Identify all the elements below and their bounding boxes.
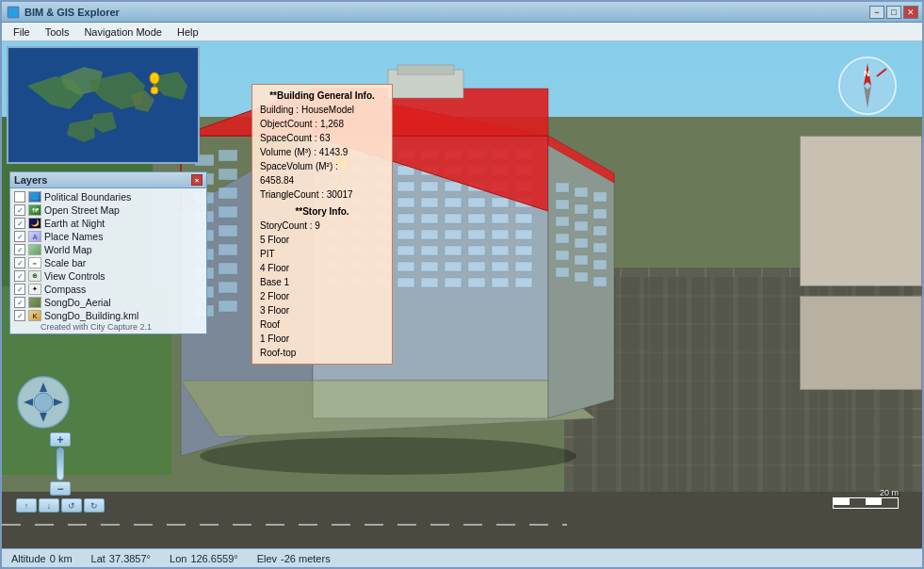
layer-place-names[interactable]: A Place Names bbox=[10, 230, 206, 243]
layer-cb-aerial[interactable] bbox=[14, 297, 25, 308]
popup-floor1: 1 Floor bbox=[260, 332, 384, 346]
layer-songdo-building[interactable]: K SongDo_Building.kml bbox=[10, 309, 206, 322]
svg-rect-64 bbox=[397, 182, 414, 191]
layer-label-openstreet: Open Street Map bbox=[44, 204, 120, 216]
svg-rect-74 bbox=[421, 198, 438, 207]
popup-spacevol-val: 6458.84 bbox=[260, 173, 384, 187]
tilt-down-button[interactable]: ↓ bbox=[39, 498, 59, 512]
zoom-out-button[interactable]: − bbox=[50, 481, 71, 496]
layer-cb-scale[interactable] bbox=[14, 257, 25, 268]
layer-cb-openstreet[interactable] bbox=[14, 204, 25, 216]
layers-sub-label: Created with City Capture 2.1 bbox=[10, 322, 206, 332]
svg-rect-119 bbox=[421, 278, 438, 287]
svg-rect-73 bbox=[397, 198, 414, 207]
svg-point-22 bbox=[200, 437, 576, 475]
svg-rect-143 bbox=[556, 234, 569, 243]
menu-help[interactable]: Help bbox=[170, 24, 206, 40]
svg-rect-75 bbox=[445, 198, 462, 207]
svg-rect-93 bbox=[445, 230, 462, 239]
layer-label-compass: Compass bbox=[44, 284, 86, 295]
layer-label-aerial: SongDo_Aerial bbox=[44, 297, 111, 308]
svg-rect-102 bbox=[445, 246, 462, 255]
layer-label-scale: Scale bar bbox=[44, 257, 86, 268]
close-button[interactable]: ✕ bbox=[903, 6, 918, 19]
svg-rect-114 bbox=[515, 262, 532, 271]
svg-text:N: N bbox=[864, 69, 870, 78]
svg-rect-33 bbox=[219, 225, 237, 236]
popup-spacevol-label: SpaceVolum (M²) : bbox=[260, 159, 384, 173]
svg-rect-145 bbox=[593, 243, 607, 252]
svg-rect-163 bbox=[8, 48, 200, 164]
svg-rect-128 bbox=[397, 65, 454, 74]
menu-bar: File Tools Navigation Mode Help bbox=[2, 23, 922, 41]
popup-floor4: 4 Floor bbox=[260, 261, 384, 275]
svg-text:🌐: 🌐 bbox=[8, 8, 18, 17]
svg-point-166 bbox=[150, 73, 159, 84]
elev-value: -26 meters bbox=[281, 553, 331, 564]
layer-political[interactable]: 🌐 Political Boundaries bbox=[10, 190, 206, 203]
layer-cb-political[interactable] bbox=[14, 191, 25, 203]
layers-close-button[interactable]: × bbox=[191, 174, 203, 186]
svg-rect-144 bbox=[575, 238, 588, 248]
svg-rect-141 bbox=[575, 221, 588, 231]
svg-point-164 bbox=[151, 87, 158, 94]
popup-rooftop: Roof-top bbox=[260, 346, 384, 360]
layer-scale-bar[interactable]: ━ Scale bar bbox=[10, 256, 206, 269]
svg-rect-138 bbox=[575, 204, 588, 214]
layer-earth-night[interactable]: 🌙 Earth at Night bbox=[10, 217, 206, 230]
layer-songdo-aerial[interactable]: SongDo_Aerial bbox=[10, 296, 206, 309]
svg-rect-104 bbox=[492, 246, 509, 255]
rotate-right-button[interactable]: ↻ bbox=[84, 498, 105, 512]
layer-openstreet[interactable]: 🗺 Open Street Map bbox=[10, 203, 206, 217]
svg-rect-27 bbox=[219, 169, 237, 180]
svg-rect-151 bbox=[593, 277, 607, 286]
layer-cb-places[interactable] bbox=[14, 231, 25, 242]
layer-world-map[interactable]: World Map bbox=[10, 243, 206, 256]
minimize-button[interactable]: − bbox=[869, 6, 884, 19]
popup-roof: Roof bbox=[260, 317, 384, 332]
layers-header: Layers × bbox=[9, 171, 207, 188]
svg-rect-95 bbox=[492, 230, 509, 239]
rotate-left-button[interactable]: ↺ bbox=[61, 498, 82, 512]
zoom-in-button[interactable]: + bbox=[50, 432, 71, 447]
layer-icon-kml: K bbox=[28, 310, 41, 321]
layers-title: Layers bbox=[14, 174, 47, 186]
svg-rect-112 bbox=[468, 262, 485, 271]
layer-icon-world bbox=[28, 244, 41, 255]
svg-rect-123 bbox=[515, 278, 532, 287]
svg-rect-121 bbox=[468, 278, 485, 287]
layer-cb-night[interactable] bbox=[14, 218, 25, 229]
altitude-label: Altitude bbox=[11, 553, 46, 564]
layer-cb-view[interactable] bbox=[14, 270, 25, 282]
layer-cb-world[interactable] bbox=[14, 244, 25, 255]
tilt-up-button[interactable]: ↑ bbox=[16, 498, 37, 512]
svg-rect-103 bbox=[468, 246, 485, 255]
maximize-button[interactable]: □ bbox=[886, 6, 901, 19]
zoom-slider[interactable] bbox=[57, 447, 64, 480]
svg-rect-35 bbox=[219, 244, 237, 255]
lon-status: Lon 126.6559° bbox=[170, 553, 238, 564]
viewport-3d[interactable]: N bbox=[2, 41, 922, 548]
layer-view-controls[interactable]: ⊕ View Controls bbox=[10, 269, 206, 283]
svg-rect-105 bbox=[515, 246, 532, 255]
menu-file[interactable]: File bbox=[6, 24, 38, 40]
layer-label-places: Place Names bbox=[44, 231, 103, 242]
altitude-status: Altitude 0 km bbox=[11, 553, 73, 564]
scale-label: 20 m bbox=[880, 488, 899, 497]
layer-cb-kml[interactable] bbox=[14, 310, 25, 321]
popup-base1: Base 1 bbox=[260, 275, 384, 289]
status-bar: Altitude 0 km Lat 37.3857° Lon 126.6559°… bbox=[2, 548, 922, 567]
layer-icon-places: A bbox=[28, 231, 41, 242]
svg-rect-137 bbox=[556, 200, 569, 209]
layer-icon-view: ⊕ bbox=[28, 270, 41, 282]
lat-status: Lat 37.3857° bbox=[91, 553, 151, 564]
popup-pit: PIT bbox=[260, 247, 384, 261]
layer-compass[interactable]: ✦ Compass bbox=[10, 283, 206, 296]
layer-icon-scale: ━ bbox=[28, 257, 41, 268]
layer-icon-aerial bbox=[28, 297, 41, 308]
menu-tools[interactable]: Tools bbox=[38, 24, 77, 40]
layer-cb-compass[interactable] bbox=[14, 284, 25, 295]
popup-floor2: 2 Floor bbox=[260, 289, 384, 303]
svg-rect-100 bbox=[397, 246, 414, 255]
menu-navigation[interactable]: Navigation Mode bbox=[76, 24, 170, 40]
